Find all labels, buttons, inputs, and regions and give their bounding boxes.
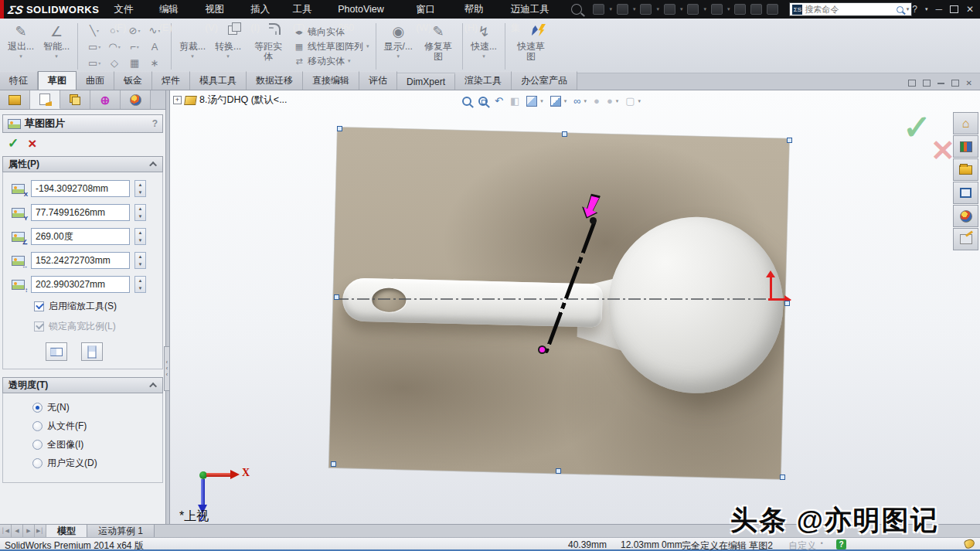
print-icon[interactable] [664, 4, 675, 15]
quick-tips-icon[interactable]: ? [836, 539, 846, 549]
height-spinner[interactable]: ▲▼ [134, 276, 146, 293]
polygon-tool[interactable]: ◇ [104, 55, 124, 71]
slot-tool[interactable]: ▭▾ [84, 55, 104, 71]
selection-handle-top-right[interactable] [787, 138, 792, 143]
dimxpertmanager-tab[interactable]: ⊕ [90, 90, 121, 109]
text-tool[interactable]: A [145, 39, 165, 55]
appearances-scenes-button[interactable] [953, 205, 978, 227]
scale-tool-bottom-endpoint[interactable] [538, 345, 546, 354]
zoom-to-fit-icon[interactable] [462, 97, 471, 106]
tab-office-products[interactable]: 办公室产品 [512, 71, 577, 90]
file-explorer-button[interactable] [953, 158, 978, 181]
angle-spinner[interactable]: ▲▼ [134, 228, 146, 245]
selection-handle-right-mid[interactable] [784, 301, 790, 306]
selection-handle-top-left[interactable] [337, 126, 342, 131]
confirmation-corner-ok[interactable]: ✓ [903, 107, 931, 147]
tab-sketch[interactable]: 草图 [38, 71, 77, 90]
flip-vertical-button[interactable] [81, 342, 103, 361]
minimize-button[interactable]: ─ [935, 4, 942, 15]
line-tool[interactable]: ╲▾ [84, 22, 104, 39]
tab-direct-editing[interactable]: 直接编辑 [303, 71, 359, 90]
resize-arrow-vertical[interactable] [770, 276, 772, 299]
zoom-to-area-icon[interactable] [478, 97, 488, 106]
flip-horizontal-button[interactable] [46, 342, 67, 361]
selection-handle-bottom-mid[interactable] [556, 468, 561, 474]
height-input[interactable] [31, 276, 130, 293]
menu-window[interactable]: 窗口(W) [409, 0, 458, 19]
motion-study-tab[interactable]: 运动算例 1 [87, 525, 155, 537]
custom-properties-button[interactable] [953, 228, 978, 250]
menu-pin-icon[interactable] [571, 4, 582, 15]
ellipse-tool[interactable]: ⊘▾ [124, 22, 145, 39]
options-icon[interactable] [767, 4, 778, 15]
move-entities-button[interactable]: ⇄ 移动实体 ▾ [294, 55, 369, 68]
graphics-area[interactable]: + 8.汤勺DHQ (默认<... ↶ ◧ ▾ ▾ ∞▾ ● ●▾ ▢▾ [170, 90, 980, 524]
properties-section-header[interactable]: 属性(P) [2, 156, 163, 172]
transparency-section-header[interactable]: 透明度(T) [2, 377, 163, 393]
tab-surfaces[interactable]: 曲面 [77, 71, 114, 90]
select-icon[interactable] [711, 4, 723, 15]
resize-arrow-horizontal[interactable] [768, 298, 785, 301]
rebuild-icon[interactable] [734, 4, 746, 15]
x-position-input[interactable] [31, 180, 130, 197]
panel-splitter[interactable] [166, 90, 170, 524]
transparency-user-defined-option[interactable]: 用户定义(D) [32, 457, 162, 470]
search-dropdown-caret[interactable]: ▾ [907, 6, 910, 12]
configurationmanager-tab[interactable] [60, 90, 90, 109]
new-document-icon[interactable] [593, 4, 604, 15]
panel-collapse-grip[interactable]: ‹‹‹ [164, 346, 170, 391]
displaymanager-tab[interactable] [121, 90, 151, 109]
cancel-button[interactable]: × [28, 137, 36, 150]
doc-restore-left-icon[interactable] [908, 80, 916, 87]
panel-help-icon[interactable]: ? [152, 118, 158, 129]
display-relations-button[interactable]: ◉ 显示/... ▾ [379, 21, 417, 72]
previous-view-icon[interactable]: ↶ [495, 95, 503, 107]
feature-tree-flyout[interactable]: + 8.汤勺DHQ (默认<... [173, 94, 288, 107]
tag-icon[interactable] [964, 538, 976, 549]
save-icon[interactable] [640, 4, 652, 15]
tab-weldments[interactable]: 焊件 [152, 71, 190, 90]
point-tool[interactable]: ∗ [145, 55, 165, 71]
width-input[interactable] [31, 252, 130, 269]
display-style-icon[interactable] [550, 96, 561, 107]
menu-edit[interactable]: 编辑(E) [152, 0, 198, 19]
ok-button[interactable]: ✓ [8, 135, 19, 151]
selection-handle-bottom-left[interactable] [331, 461, 336, 467]
scale-tool-top-endpoint[interactable] [590, 217, 597, 224]
smart-dimension-button[interactable]: ∠ 智能... ▾ [39, 21, 74, 72]
solidworks-resources-button[interactable]: ⌂ [953, 112, 978, 134]
selection-handle-top-mid[interactable] [562, 131, 567, 137]
scroll-last-icon[interactable]: ▶│ [35, 525, 46, 537]
scroll-first-icon[interactable]: │◀ [0, 525, 12, 537]
menu-view[interactable]: 视图(V) [198, 0, 243, 19]
arc-tool[interactable]: ◠▾ [104, 39, 124, 55]
menu-tools[interactable]: 工具(T) [286, 0, 332, 19]
transparency-none-option[interactable]: 无(N) [32, 401, 162, 414]
y-position-input[interactable] [31, 204, 130, 221]
selection-handle-left-mid[interactable] [334, 294, 339, 300]
menu-help[interactable]: 帮助(H) [458, 0, 504, 19]
tab-data-migration[interactable]: 数据迁移 [247, 71, 303, 90]
open-icon[interactable] [617, 4, 628, 15]
doc-restore-right-icon[interactable] [923, 80, 931, 87]
transparency-from-file-option[interactable]: 从文件(F) [32, 420, 162, 433]
close-button[interactable]: ✕ [966, 4, 974, 15]
help-icon[interactable]: ? [912, 4, 917, 15]
doc-restore-button[interactable] [951, 80, 959, 87]
search-input[interactable] [805, 5, 893, 14]
undo-icon[interactable] [687, 4, 699, 15]
design-library-button[interactable] [953, 135, 978, 158]
y-position-spinner[interactable]: ▲▼ [134, 204, 146, 221]
angle-input[interactable] [31, 228, 130, 245]
featuremanager-tab[interactable] [0, 90, 30, 109]
linear-pattern-button[interactable]: ▦ 线性草图阵列 ▾ [294, 40, 369, 53]
width-spinner[interactable]: ▲▼ [134, 252, 146, 269]
sketch-picture-tool[interactable]: ▦ [124, 55, 145, 71]
hide-show-items-icon[interactable]: ∞ [573, 95, 580, 107]
command-search[interactable]: ΣS ▾ [789, 2, 912, 16]
menu-maidi-tools[interactable]: 迈迪工具集 [504, 0, 566, 19]
menu-photoview[interactable]: PhotoView 360 [331, 0, 409, 19]
tree-expand-icon[interactable]: + [173, 96, 182, 104]
doc-minimize-button[interactable] [937, 82, 944, 84]
tab-render-tools[interactable]: 渲染工具 [455, 71, 512, 90]
